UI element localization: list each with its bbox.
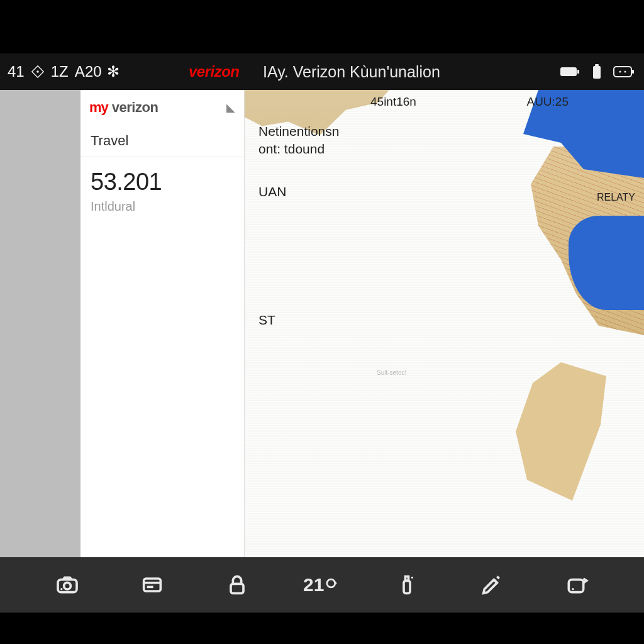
sidebar-logo-my: my — [89, 99, 108, 116]
map-subtitle-line2: ont: tdound — [258, 140, 339, 158]
svg-rect-16 — [231, 584, 243, 593]
status-net-glyph: ✻ — [107, 63, 119, 80]
map-top-label-2: AUU:25 — [526, 95, 569, 109]
svg-rect-6 — [614, 67, 631, 77]
sidebar-header[interactable]: myverizon ◣ — [80, 90, 244, 125]
svg-point-1 — [36, 70, 39, 73]
svg-point-12 — [61, 588, 63, 590]
content-area: myverizon ◣ Travel 53.201 Intldural 45in… — [0, 90, 644, 557]
status-bar: 41 1Z A 20 ✻ verizon IAy. Verizon Kùun'u… — [0, 53, 644, 90]
svg-rect-21 — [569, 580, 584, 592]
status-right-cluster — [560, 64, 635, 80]
nav-bottle-button[interactable] — [388, 566, 426, 604]
svg-rect-13 — [144, 579, 161, 591]
svg-rect-2 — [560, 67, 577, 76]
svg-rect-3 — [577, 70, 579, 74]
status-network-cluster: 20 ✻ — [85, 63, 119, 80]
svg-rect-4 — [593, 66, 601, 79]
map-top-labels: 45int16n AUU:25 — [245, 95, 644, 109]
nav-share-button[interactable] — [557, 566, 595, 604]
nav-counter-label: 21 — [303, 574, 324, 596]
chevron-down-icon[interactable]: ◣ — [226, 101, 235, 114]
svg-point-11 — [64, 582, 71, 589]
svg-rect-7 — [632, 70, 634, 74]
status-num-1: 41 — [8, 63, 25, 80]
nav-counter-button[interactable]: 21 — [303, 566, 341, 604]
nav-card-button[interactable] — [133, 566, 171, 604]
sidebar: myverizon ◣ Travel 53.201 Intldural — [80, 90, 244, 557]
map-panel[interactable]: 45int16n AUU:25 Netinentionsn ont: tdoun… — [244, 90, 644, 557]
nav-lock-button[interactable] — [218, 566, 256, 604]
map-attribution: Sult-setoc! — [377, 369, 406, 376]
svg-point-9 — [625, 71, 626, 73]
battery-landscape-icon — [560, 65, 581, 78]
map-subtitle-line1: Netinentionsn — [258, 123, 339, 140]
svg-rect-5 — [595, 64, 599, 66]
compass-icon — [31, 65, 45, 79]
app-title: IAy. Verizon Kùun'unalion — [263, 63, 440, 81]
sidebar-item-travel[interactable]: Travel — [80, 125, 244, 157]
status-net-num: 20 — [85, 63, 102, 80]
svg-point-22 — [572, 588, 574, 590]
status-glyph-1: A — [75, 63, 85, 80]
carrier-logo: verizon — [189, 63, 240, 80]
status-num-2: 1Z — [51, 63, 69, 80]
nav-camera-button[interactable] — [48, 566, 86, 604]
battery-outline-icon — [613, 64, 635, 79]
map-subtitle: Netinentionsn ont: tdound — [258, 123, 339, 158]
bottom-nav: 21 — [0, 557, 644, 613]
letterbox-top — [0, 0, 644, 53]
sidebar-logo-vz: verizon — [112, 99, 158, 116]
map-label-st: ST — [258, 311, 275, 329]
map-label-relay: RELATY — [597, 192, 635, 203]
status-left-cluster: 41 1Z A — [8, 63, 85, 80]
map-landmass-se — [493, 362, 606, 501]
svg-point-8 — [619, 71, 621, 73]
letterbox-bottom — [0, 613, 644, 644]
map-top-label-1: 45int16n — [370, 95, 416, 109]
sidebar-big-number: 53.201 — [80, 157, 244, 197]
svg-point-17 — [327, 579, 335, 587]
svg-rect-19 — [405, 577, 408, 581]
map-label-uan: UAN — [258, 183, 286, 201]
left-gutter — [0, 90, 80, 557]
svg-rect-18 — [404, 580, 410, 593]
sidebar-sub-label: Intldural — [80, 197, 244, 225]
nav-edit-button[interactable] — [473, 566, 511, 604]
battery-portrait-icon — [591, 64, 602, 80]
svg-point-20 — [411, 577, 413, 579]
